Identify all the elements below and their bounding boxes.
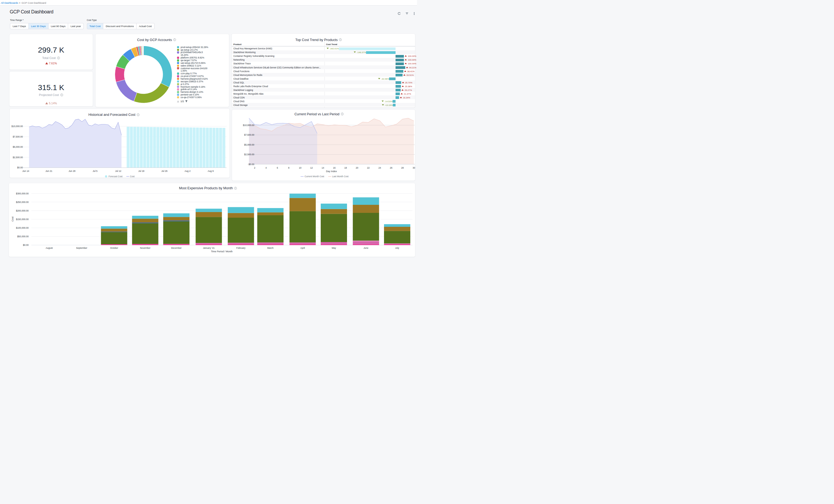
svg-text:January '21: January '21 (203, 247, 215, 249)
svg-text:4: 4 (265, 167, 267, 169)
svg-text:September: September (76, 247, 87, 249)
svg-text:Jul 5: Jul 5 (92, 170, 97, 172)
svg-text:Last Month Cost: Last Month Cost (332, 175, 349, 178)
svg-text:$300,000.00: $300,000.00 (16, 192, 29, 195)
svg-text:26: 26 (390, 167, 393, 169)
svg-text:Jun 21: Jun 21 (45, 170, 52, 172)
svg-text:$5,000.00: $5,000.00 (244, 143, 254, 146)
svg-text:Aug 2: Aug 2 (184, 170, 191, 172)
svg-text:March: March (267, 247, 273, 249)
svg-text:$10,000.00: $10,000.00 (243, 124, 255, 126)
svg-text:$50,000.00: $50,000.00 (17, 235, 29, 238)
svg-text:November: November (140, 247, 150, 249)
svg-text:Cost: Cost (130, 175, 135, 178)
svg-text:6: 6 (277, 167, 278, 169)
svg-text:$250,000.00: $250,000.00 (16, 201, 29, 203)
svg-text:18: 18 (344, 167, 347, 169)
svg-text:Jun 28: Jun 28 (68, 170, 75, 172)
svg-text:$2,500.00: $2,500.00 (13, 156, 23, 159)
svg-text:April: April (300, 247, 305, 249)
svg-text:$0.00: $0.00 (17, 167, 23, 169)
svg-text:12: 12 (310, 167, 313, 169)
svg-text:20: 20 (356, 167, 358, 169)
svg-text:May: May (332, 247, 336, 249)
svg-text:30: 30 (413, 167, 415, 169)
svg-text:$150,000.00: $150,000.00 (16, 218, 29, 221)
svg-text:Jul 12: Jul 12 (115, 170, 121, 172)
svg-text:Jul 19: Jul 19 (138, 170, 144, 172)
svg-text:Aug 9: Aug 9 (207, 170, 214, 172)
svg-text:$200,000.00: $200,000.00 (16, 210, 29, 212)
svg-text:28: 28 (401, 167, 404, 169)
svg-text:$100,000.00: $100,000.00 (16, 226, 29, 229)
svg-text:Forecast Cost: Forecast Cost (108, 175, 123, 178)
svg-text:24: 24 (378, 167, 381, 169)
svg-text:$7,500.00: $7,500.00 (244, 133, 254, 136)
svg-text:August: August (46, 247, 53, 249)
svg-text:$2,500.00: $2,500.00 (244, 153, 254, 156)
svg-text:June: June (364, 247, 369, 249)
svg-text:July: July (395, 247, 399, 249)
svg-text:2: 2 (254, 167, 255, 169)
svg-text:December: December (171, 247, 181, 249)
svg-text:February: February (236, 247, 246, 249)
svg-text:22: 22 (367, 167, 370, 169)
svg-text:Current Month Cost: Current Month Cost (305, 175, 325, 178)
svg-text:October: October (110, 247, 118, 249)
svg-text:8: 8 (288, 167, 289, 169)
svg-text:Cost: Cost (11, 216, 14, 221)
svg-text:Day Index: Day Index (326, 170, 337, 173)
svg-text:14: 14 (322, 167, 324, 169)
svg-text:10: 10 (299, 167, 302, 169)
svg-text:Jul 26: Jul 26 (161, 170, 167, 172)
svg-text:$7,500.00: $7,500.00 (13, 135, 23, 138)
svg-text:$0.00: $0.00 (248, 163, 255, 166)
svg-text:$5,000.00: $5,000.00 (13, 146, 23, 148)
svg-text:16: 16 (333, 167, 336, 169)
svg-text:Jun 14: Jun 14 (22, 170, 29, 172)
svg-text:Time Period / Month: Time Period / Month (211, 250, 233, 252)
svg-text:$0.00: $0.00 (23, 244, 29, 246)
svg-text:$10,000.00: $10,000.00 (11, 125, 23, 128)
